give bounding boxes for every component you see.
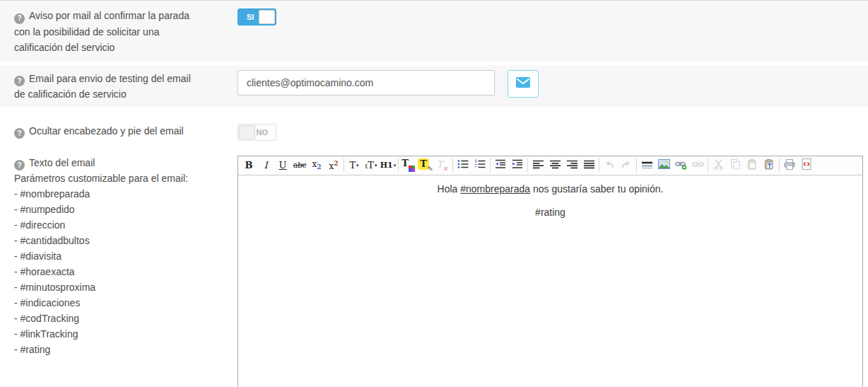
- horizontal-rule-icon: [642, 160, 652, 171]
- texto-label-col: ?Texto del email Parámetros customizable…: [0, 154, 237, 358]
- indent-button[interactable]: [509, 157, 526, 174]
- text-color-icon: T: [401, 158, 409, 168]
- form-row-aviso: ?Aviso por mail al confirmar la parada c…: [0, 0, 868, 62]
- param-item: - #indicaciones: [14, 295, 209, 311]
- italic-button[interactable]: I: [257, 157, 274, 174]
- heading-button[interactable]: H1▾: [380, 157, 397, 174]
- param-item: - #cantidadbultos: [14, 233, 209, 248]
- link-icon: [675, 159, 687, 172]
- toolbar-separator: [344, 158, 344, 173]
- param-item: - #codTracking: [14, 311, 209, 326]
- email-label-col: ?Email para envio de testing del email d…: [0, 69, 237, 103]
- body-text: Hola: [438, 183, 461, 195]
- unordered-list-button[interactable]: [454, 157, 471, 174]
- email-test-label: Email para envio de testing del email de…: [14, 73, 191, 100]
- help-icon[interactable]: ?: [14, 160, 25, 171]
- texto-control-col: B I U abc x2 x2 T▾ tT▾ H1▾ T T✎ T×: [237, 154, 868, 387]
- test-email-input[interactable]: [237, 70, 495, 96]
- source-code-icon: [802, 158, 811, 172]
- redo-button[interactable]: [618, 157, 635, 174]
- align-left-button[interactable]: [529, 157, 546, 174]
- help-icon[interactable]: ?: [14, 128, 25, 139]
- form-row-ocultar: ?Ocultar encabezado y pie del email NO: [0, 112, 868, 145]
- aviso-toggle[interactable]: SI: [237, 8, 276, 25]
- italic-icon: I: [264, 160, 267, 171]
- superscript-button[interactable]: x2: [325, 157, 342, 174]
- toolbar-separator: [708, 158, 708, 173]
- aviso-control-col: SI: [237, 6, 868, 25]
- ocultar-toggle[interactable]: NO: [237, 124, 276, 141]
- param-item: - #direccion: [14, 217, 209, 233]
- undo-button[interactable]: [601, 157, 618, 174]
- param-item: - #rating: [14, 342, 209, 357]
- param-item: - #linkTracking: [14, 326, 209, 342]
- insert-image-button[interactable]: [655, 157, 672, 174]
- toolbar-separator: [398, 158, 399, 173]
- align-center-button[interactable]: [546, 157, 563, 174]
- font-family-button[interactable]: T▾: [346, 157, 363, 174]
- source-code-button[interactable]: [798, 157, 815, 174]
- indent-icon: [512, 159, 523, 171]
- bold-button[interactable]: B: [240, 157, 257, 174]
- param-item: - #numpedido: [14, 202, 209, 217]
- print-button[interactable]: [781, 157, 798, 174]
- help-icon[interactable]: ?: [14, 76, 25, 86]
- toolbar-separator: [779, 158, 780, 173]
- aviso-label: Aviso por mail al confirmar la parada co…: [14, 10, 189, 53]
- email-body-editor[interactable]: Hola #nombreparada nos gustaría saber tu…: [238, 175, 862, 387]
- chevron-down-icon: ▾: [356, 163, 359, 168]
- insert-link-button[interactable]: [672, 157, 689, 174]
- toolbar-separator: [490, 158, 491, 173]
- print-icon: [784, 159, 795, 172]
- email-body-line1: Hola #nombreparada nos gustaría saber tu…: [245, 181, 855, 197]
- text-color-button[interactable]: T: [400, 157, 417, 174]
- image-icon: [658, 159, 670, 171]
- toggle-on-label: SI: [247, 13, 254, 21]
- unordered-list-icon: [457, 159, 469, 171]
- param-item: - #minutosproxima: [14, 279, 209, 295]
- clear-format-button[interactable]: T×: [434, 157, 451, 174]
- align-center-icon: [550, 160, 561, 171]
- toolbar-separator: [527, 158, 528, 173]
- paste-button[interactable]: [744, 157, 761, 174]
- align-justify-button[interactable]: [580, 157, 597, 174]
- unlink-button[interactable]: [689, 157, 706, 174]
- rich-text-editor: B I U abc x2 x2 T▾ tT▾ H1▾ T T✎ T×: [237, 156, 863, 387]
- bold-icon: B: [245, 160, 253, 171]
- outdent-button[interactable]: [492, 157, 509, 174]
- ordered-list-icon: [474, 159, 486, 171]
- font-size-icon: tT: [365, 160, 374, 171]
- subscript-button[interactable]: x2: [308, 157, 325, 174]
- texto-sublabel: Parámetros customizable para el email:: [14, 171, 199, 186]
- toolbar-separator: [599, 158, 599, 173]
- clear-x-icon: ×: [444, 164, 448, 173]
- send-test-email-button[interactable]: [508, 70, 539, 98]
- toggle-knob: [259, 10, 275, 24]
- align-left-icon: [533, 160, 544, 171]
- email-control-col: [237, 69, 868, 98]
- highlight-color-button[interactable]: T✎: [417, 157, 434, 174]
- chevron-down-icon: ▾: [394, 163, 397, 168]
- font-size-button[interactable]: tT▾: [363, 157, 380, 174]
- help-icon[interactable]: ?: [14, 13, 25, 24]
- subscript-icon: x2: [312, 159, 321, 171]
- envelope-icon: [516, 77, 530, 90]
- align-right-button[interactable]: [563, 157, 580, 174]
- strikethrough-button[interactable]: abc: [291, 157, 308, 174]
- underline-button[interactable]: U: [274, 157, 291, 174]
- underline-icon: U: [279, 160, 287, 171]
- redo-icon: [621, 159, 632, 172]
- param-item: - #nombreparada: [14, 186, 209, 202]
- paste-as-text-button[interactable]: [761, 157, 778, 174]
- ocultar-control-col: NO: [237, 122, 868, 141]
- ordered-list-button[interactable]: [471, 157, 488, 174]
- texto-label: Texto del email: [29, 157, 95, 168]
- cut-button[interactable]: [710, 157, 727, 174]
- horizontal-rule-button[interactable]: [638, 157, 655, 174]
- copy-button[interactable]: [727, 157, 744, 174]
- unlink-icon: [692, 159, 704, 172]
- form-row-email-test: ?Email para envio de testing del email d…: [0, 66, 868, 107]
- param-item: - #diavisita: [14, 248, 209, 264]
- cut-icon: [713, 159, 724, 172]
- outdent-icon: [495, 159, 506, 171]
